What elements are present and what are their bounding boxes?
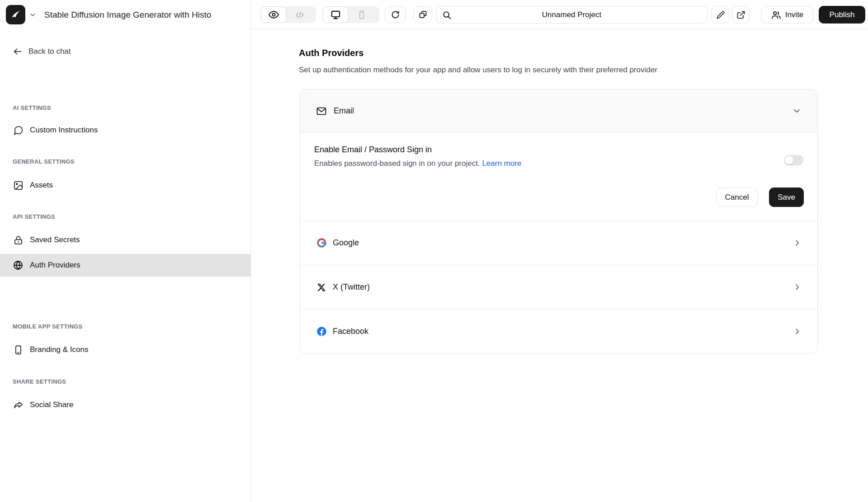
back-arrow-icon [13,47,23,56]
chat-bubble-icon [13,125,24,136]
app-window: Stable Diffusion Image Generator with Hi… [0,0,868,502]
enable-email-title: Enable Email / Password Sign in [314,145,432,155]
section-share-settings: SHARE SETTINGS [13,378,66,385]
facebook-icon [316,326,327,337]
back-to-chat-label: Back to chat [28,47,71,56]
provider-label: Google [333,238,359,248]
chevron-right-icon [793,327,802,336]
pencil-icon [716,10,725,19]
email-accordion-body: Enable Email / Password Sign in Enables … [300,133,817,221]
chevron-right-icon [793,283,802,291]
invite-button[interactable]: Invite [761,6,813,23]
enable-email-description-text: Enables password-based sign in on your p… [314,159,480,168]
device-segment [322,6,379,23]
open-external-button[interactable] [732,6,750,23]
settings-sidebar: Back to chat AI SETTINGS Custom Instruct… [0,29,250,502]
sidebar-item-label: Saved Secrets [30,235,80,244]
image-icon [13,180,24,191]
learn-more-link[interactable]: Learn more [482,159,521,168]
sidebar-divider [250,0,251,502]
code-icon [295,10,305,20]
sidebar-item-social-share[interactable]: Social Share [0,396,250,414]
refresh-button[interactable] [385,6,406,23]
globe-icon [13,260,24,271]
app-logo[interactable] [6,5,25,24]
save-button[interactable]: Save [769,188,804,207]
project-name-value: Unnamed Project [542,10,601,19]
enable-email-description: Enables password-based sign in on your p… [314,159,521,168]
cancel-button[interactable]: Cancel [716,188,758,207]
smartphone-icon [357,10,367,20]
sidebar-item-assets[interactable]: Assets [0,176,250,194]
eye-icon [269,9,279,20]
email-actions: Cancel Save [716,188,804,207]
google-icon [316,238,327,249]
monitor-icon [330,9,341,20]
toggle-knob [785,156,793,164]
sidebar-item-label: Auth Providers [30,261,80,270]
email-password-toggle[interactable] [784,155,803,165]
app-title: Stable Diffusion Image Generator with Hi… [44,0,247,29]
invite-label: Invite [785,10,804,19]
sidebar-item-label: Social Share [30,400,73,409]
view-mode-segment [260,6,316,23]
email-provider-label: Email [334,106,354,116]
swoosh-logo-icon [9,8,23,22]
section-ai-settings: AI SETTINGS [13,104,51,111]
desktop-view-button[interactable] [322,6,349,23]
lock-icon [13,235,24,245]
section-mobile-app-settings: MOBILE APP SETTINGS [13,323,83,330]
provider-label: Facebook [333,327,368,336]
code-view-button[interactable] [287,6,313,23]
publish-label: Publish [830,10,855,19]
sidebar-item-custom-instructions[interactable]: Custom Instructions [0,121,250,139]
chevron-right-icon [793,239,802,247]
section-api-settings: API SETTINGS [13,213,55,220]
brand-area: Stable Diffusion Image Generator with Hi… [0,0,250,29]
provider-row-x-twitter[interactable]: X (Twitter) [300,265,817,309]
provider-row-google[interactable]: Google [300,221,817,265]
email-accordion-header[interactable]: Email [300,89,817,133]
provider-row-facebook[interactable]: Facebook [300,309,817,353]
envelope-icon [316,106,327,117]
x-icon [316,282,327,293]
chevron-down-icon [792,106,802,116]
sidebar-item-branding-icons[interactable]: Branding & Icons [0,341,250,359]
project-name-input[interactable]: Unnamed Project [436,6,708,23]
sidebar-item-saved-secrets[interactable]: Saved Secrets [0,231,250,249]
toolbar: Unnamed Project Invite Publish [251,0,868,29]
preview-eye-button[interactable] [260,6,287,23]
page-subtitle: Set up authentication methods for your a… [299,66,657,75]
copy-icon [418,10,428,19]
share-icon [13,399,24,410]
smartphone-icon [13,344,24,355]
edit-button[interactable] [712,6,729,23]
sidebar-item-auth-providers[interactable]: Auth Providers [0,254,250,277]
page-title: Auth Providers [299,48,363,58]
search-icon [442,10,452,20]
publish-button[interactable]: Publish [819,6,865,23]
refresh-icon [391,10,400,19]
auth-providers-card: Email Enable Email / Password Sign in En… [300,89,818,354]
section-general-settings: GENERAL SETTINGS [13,158,75,165]
chevron-down-icon[interactable] [29,11,36,19]
people-icon [771,10,781,20]
external-link-icon [736,10,745,19]
sidebar-item-label: Custom Instructions [30,126,98,135]
sidebar-item-label: Branding & Icons [30,345,88,354]
provider-label: X (Twitter) [333,282,370,292]
sidebar-item-label: Assets [30,181,53,190]
back-to-chat-link[interactable]: Back to chat [13,45,71,58]
copy-button[interactable] [413,6,432,23]
mobile-view-button[interactable] [349,6,375,23]
